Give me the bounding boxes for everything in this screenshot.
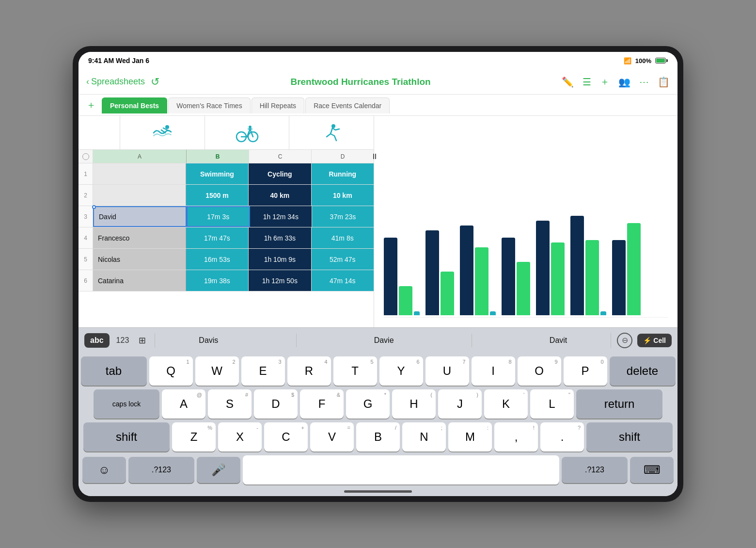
key-comma[interactable]: !, (494, 422, 538, 451)
key-s[interactable]: #S (208, 389, 252, 419)
suggestion-1[interactable]: Davis (189, 334, 228, 347)
key-y[interactable]: 6Y (379, 356, 423, 386)
cell-1b[interactable]: Swimming (186, 163, 249, 184)
format-icon[interactable]: ☰ (583, 76, 591, 88)
key-a[interactable]: @A (162, 389, 205, 419)
key-h[interactable]: (H (392, 389, 436, 419)
hide-keyboard-key[interactable]: ⌨ (630, 457, 674, 483)
punct-key-left[interactable]: .?123 (128, 457, 194, 483)
key-l[interactable]: "L (530, 389, 574, 419)
more-icon[interactable]: ⋯ (639, 76, 649, 88)
suggestion-3[interactable]: Davit (540, 334, 577, 347)
col-header-c[interactable]: C (249, 150, 312, 163)
add-icon[interactable]: ＋ (600, 75, 610, 88)
dismiss-suggestions-button[interactable]: ⊖ (617, 333, 632, 348)
caps-lock-key[interactable]: caps lock (94, 389, 159, 419)
undo-button[interactable]: ↺ (151, 76, 159, 88)
suggestion-2[interactable]: Davie (364, 334, 404, 347)
add-tab-button[interactable]: ＋ (86, 98, 96, 112)
cell-5d[interactable]: 52m 47s (312, 249, 374, 270)
toolbar: ‹ Spreadsheets ↺ Brentwood Hurricanes Tr… (79, 69, 677, 95)
print-icon[interactable]: 📋 (658, 76, 670, 88)
key-m[interactable]: :M (448, 422, 492, 451)
keyboard-row-3: shift %Z -X +C =V /B ;N :M !, ?. shift (80, 422, 676, 451)
key-t[interactable]: 5T (333, 356, 377, 386)
col-d-label: D (341, 153, 345, 160)
selection-handle-top[interactable] (92, 205, 96, 209)
col-header-a[interactable]: A (93, 150, 187, 163)
tab-hill-repeats[interactable]: Hill Repeats (252, 97, 304, 113)
key-p[interactable]: 0P (564, 356, 607, 386)
suggestion-sep-2 (472, 334, 472, 347)
key-w[interactable]: 2W (195, 356, 239, 386)
key-r[interactable]: 4R (287, 356, 331, 386)
cell-1a[interactable] (93, 163, 186, 184)
collaborate-icon[interactable]: 👥 (618, 76, 630, 88)
key-o[interactable]: 9O (518, 356, 561, 386)
cell-action-button[interactable]: ⚡ Cell (637, 334, 672, 347)
cell-1c[interactable]: Cycling (249, 163, 311, 184)
key-g[interactable]: *G (346, 389, 390, 419)
key-j[interactable]: )J (438, 389, 482, 419)
cell-3c[interactable]: 1h 12m 34s (250, 206, 312, 227)
cell-6b[interactable]: 19m 38s (186, 270, 249, 291)
cell-2b[interactable]: 1500 m (186, 185, 249, 206)
emoji-key[interactable]: ☺ (82, 457, 126, 483)
key-q[interactable]: 1Q (149, 356, 193, 386)
key-f[interactable]: &F (300, 389, 344, 419)
cell-4a[interactable]: Francesco (93, 227, 186, 248)
cell-6a[interactable]: Catarina (93, 270, 186, 291)
123-mode-button[interactable]: 123 (113, 334, 132, 347)
key-k[interactable]: 'K (484, 389, 528, 419)
tab-race-events[interactable]: Race Events Calendar (305, 97, 390, 113)
cell-3d[interactable]: 37m 23s (312, 206, 374, 227)
cell-4b[interactable]: 17m 47s (186, 227, 249, 248)
cell-6d[interactable]: 47m 14s (312, 270, 374, 291)
key-n[interactable]: ;N (402, 422, 446, 451)
annotate-icon[interactable]: ✏️ (562, 76, 574, 88)
home-indicator[interactable] (344, 490, 412, 493)
key-d[interactable]: $D (254, 389, 298, 419)
cell-2d[interactable]: 10 km (312, 185, 374, 206)
key-e[interactable]: 3E (241, 356, 285, 386)
space-key[interactable] (243, 455, 559, 484)
tab-key[interactable]: tab (81, 356, 147, 386)
bar-green (627, 223, 641, 315)
key-b[interactable]: /B (356, 422, 400, 451)
cell-4d[interactable]: 41m 8s (312, 227, 374, 248)
status-icons: 📶 100% (624, 57, 668, 64)
key-period[interactable]: ?. (540, 422, 584, 451)
cell-5b[interactable]: 16m 53s (186, 249, 249, 270)
col-header-b[interactable]: B (187, 150, 249, 163)
key-i[interactable]: 8I (472, 356, 515, 386)
cell-5c[interactable]: 1h 10m 9s (249, 249, 311, 270)
key-v[interactable]: =V (310, 422, 354, 451)
cell-5a[interactable]: Nicolas (93, 249, 186, 270)
abc-mode-button[interactable]: abc (84, 333, 110, 348)
key-z[interactable]: %Z (172, 422, 216, 451)
cell-4c[interactable]: 1h 6m 33s (249, 227, 311, 248)
cell-6c[interactable]: 1h 12m 50s (249, 270, 311, 291)
cell-2a[interactable] (93, 185, 186, 206)
select-all-circle[interactable] (82, 153, 89, 160)
col-header-d[interactable]: D ⏸ (312, 150, 374, 163)
key-x[interactable]: -X (218, 422, 262, 451)
mic-key[interactable]: 🎤 (197, 457, 240, 483)
delete-key[interactable]: delete (610, 356, 676, 386)
cell-2c[interactable]: 40 km (249, 185, 311, 206)
cell-3a[interactable]: David (93, 206, 187, 227)
shift-key-left[interactable]: shift (83, 422, 170, 451)
tab-womens-race-times[interactable]: Women's Race Times (168, 97, 250, 113)
return-key[interactable]: return (576, 389, 662, 419)
key-u[interactable]: 7U (425, 356, 469, 386)
tab-personal-bests[interactable]: Personal Bests (102, 97, 167, 113)
chart-group (384, 238, 420, 315)
back-button[interactable]: ‹ Spreadsheets (86, 77, 145, 87)
cell-1d[interactable]: Running (312, 163, 374, 184)
shift-key-right[interactable]: shift (586, 422, 673, 451)
key-c[interactable]: +C (264, 422, 308, 451)
format-toggle-button[interactable]: ⊞ (136, 333, 149, 348)
punct-key-right[interactable]: .?123 (562, 457, 628, 483)
cell-3b[interactable]: 17m 3s (187, 206, 250, 227)
bar-dark (536, 221, 550, 315)
